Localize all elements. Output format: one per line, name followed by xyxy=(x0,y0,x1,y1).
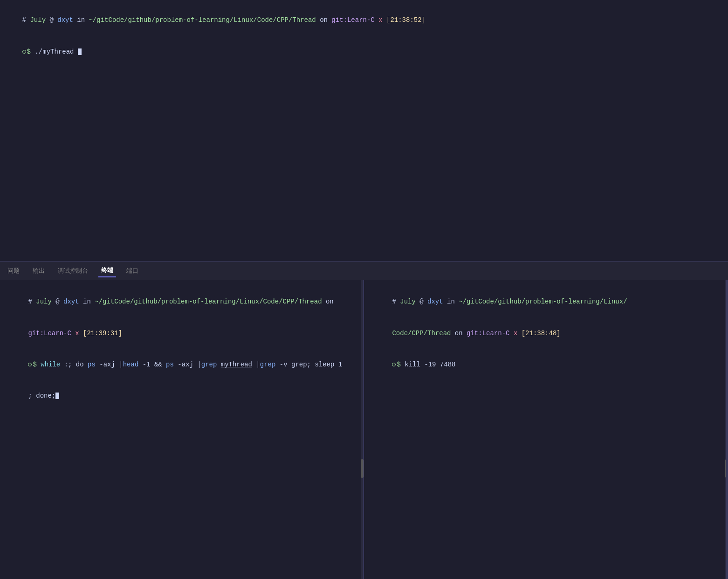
left-pipe: | xyxy=(252,361,260,368)
left-line-3: ; done; xyxy=(5,380,359,412)
left-rest1: :; do xyxy=(60,361,88,368)
right-x: x xyxy=(509,330,521,337)
left-while: while xyxy=(41,361,60,368)
right-path2: Code/CPP/Thread xyxy=(392,330,451,337)
at-symbol: @ xyxy=(46,16,57,24)
left-ps2: ps xyxy=(166,361,174,368)
timestamp: [21:38:52] xyxy=(386,16,426,24)
bottom-panel: # July @ dxyt in ~/gitCode/github/proble… xyxy=(0,280,728,579)
dollar-prompt: $ xyxy=(27,48,35,55)
left-grep2: grep xyxy=(260,361,276,368)
left-path: ~/gitCode/github/problem-of-learning/Lin… xyxy=(95,298,322,305)
right-scrollbar-thumb[interactable] xyxy=(725,459,728,478)
in-word: in xyxy=(73,16,89,24)
left-rest2: -1 && xyxy=(138,361,166,368)
left-hash: # xyxy=(28,298,36,305)
left-space1 xyxy=(217,361,220,368)
right-git: git:Learn-C xyxy=(467,330,509,337)
cursor-block xyxy=(78,48,82,55)
right-prompt-circle xyxy=(392,363,396,366)
left-scrollbar-thumb[interactable] xyxy=(361,459,364,478)
left-line-1: # July @ dxyt in ~/gitCode/github/proble… xyxy=(5,286,359,317)
left-line-1b: git:Learn-C x [21:39:31] xyxy=(5,317,359,349)
left-rest3: -v grep; sleep 1 xyxy=(275,361,342,368)
left-scrollbar[interactable] xyxy=(361,280,364,579)
right-line-2: $ kill -19 7488 xyxy=(369,349,723,380)
left-done: ; done; xyxy=(28,392,55,400)
left-prompt-circle xyxy=(28,363,32,366)
left-line-2: $ while :; do ps -axj |head -1 && ps -ax… xyxy=(5,349,359,380)
command: ./myThread xyxy=(34,48,77,55)
right-pid: 7488 xyxy=(440,361,456,368)
prompt-circle xyxy=(22,50,26,54)
right-scrollbar[interactable] xyxy=(725,280,728,579)
left-axj1: -axj | xyxy=(96,361,123,368)
top-line-1: # July @ dxyt in ~/gitCode/github/proble… xyxy=(7,5,721,36)
top-line-2: $ ./myThread xyxy=(7,36,721,67)
terminal-right[interactable]: # July @ dxyt in ~/gitCode/github/proble… xyxy=(364,280,728,579)
right-july: July xyxy=(400,298,416,305)
right-on: on xyxy=(451,330,467,337)
tab-ports[interactable]: 端口 xyxy=(124,265,141,277)
left-mythread: myThread xyxy=(221,361,252,368)
tab-output[interactable]: 输出 xyxy=(30,265,48,277)
tabs-bar: 问题 输出 调试控制台 终端 端口 xyxy=(0,261,728,280)
right-kill: kill -19 xyxy=(405,361,440,368)
left-time: [21:39:31] xyxy=(83,330,122,337)
tab-terminal[interactable]: 终端 xyxy=(98,264,116,277)
right-in: in xyxy=(443,298,459,305)
on-word: on xyxy=(316,16,332,24)
right-line-1b: Code/CPP/Thread on git:Learn-C x [21:38:… xyxy=(369,317,723,349)
left-dollar: $ xyxy=(33,361,41,368)
left-user: dxyt xyxy=(63,298,79,305)
left-july: July xyxy=(36,298,52,305)
tab-problems[interactable]: 问题 xyxy=(5,265,22,277)
left-at: @ xyxy=(52,298,63,305)
right-dollar: $ xyxy=(397,361,405,368)
top-terminal-panel: # July @ dxyt in ~/gitCode/github/proble… xyxy=(0,0,728,261)
left-git: git:Learn-C xyxy=(28,330,71,337)
tab-debug-console[interactable]: 调试控制台 xyxy=(55,265,91,277)
right-at: @ xyxy=(416,298,427,305)
left-x: x xyxy=(71,330,83,337)
july-name: July xyxy=(30,16,46,24)
left-in: in xyxy=(79,298,95,305)
left-on: on xyxy=(322,298,334,305)
left-axj2: -axj | xyxy=(174,361,201,368)
x-mark: x xyxy=(375,16,386,24)
path: ~/gitCode/github/problem-of-learning/Lin… xyxy=(89,16,316,24)
left-grep1: grep xyxy=(201,361,217,368)
left-head: head xyxy=(123,361,139,368)
right-path: ~/gitCode/github/problem-of-learning/Lin… xyxy=(459,298,627,305)
right-hash: # xyxy=(392,298,400,305)
username: dxyt xyxy=(57,16,73,24)
left-cursor xyxy=(55,393,59,399)
right-user: dxyt xyxy=(427,298,443,305)
left-ps1: ps xyxy=(88,361,96,368)
right-line-1: # July @ dxyt in ~/gitCode/github/proble… xyxy=(369,286,723,317)
git-branch: git:Learn-C xyxy=(331,16,374,24)
hash: # xyxy=(22,16,30,24)
terminal-left[interactable]: # July @ dxyt in ~/gitCode/github/proble… xyxy=(0,280,364,579)
right-time: [21:38:48] xyxy=(522,330,561,337)
